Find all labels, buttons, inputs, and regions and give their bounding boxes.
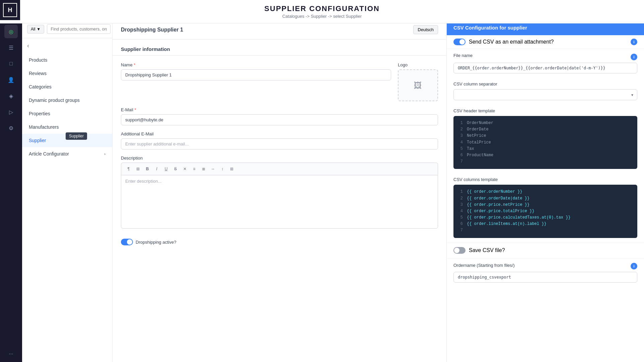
name-group: Name * (121, 62, 391, 101)
language-button[interactable]: Deutsch (413, 25, 438, 34)
dropshipping-toggle-group: Dropshipping active? (121, 239, 176, 245)
editor-btn-superscript[interactable]: ≡ (190, 165, 198, 173)
header-logo: H (0, 0, 20, 20)
nav-item-reviews[interactable]: Reviews (22, 67, 112, 80)
send-csv-row: Send CSV as an email attachment? i (447, 35, 644, 49)
csv-panel: CSV Configuration for supplier Send CSV … (446, 20, 644, 362)
description-group: Description ¶ ⊞ B I U S ✕ ≡ ≣ ↔ ↕ ⊞ Ente… (121, 156, 438, 229)
sidebar-icon-customers[interactable]: 👤 (4, 73, 18, 86)
dropshipping-toggle[interactable] (121, 239, 133, 245)
search-all-button[interactable]: All ▼ (27, 25, 44, 34)
ordername-info-icon[interactable]: i (631, 263, 637, 269)
logo-label: Logo (398, 62, 438, 67)
column-separator-select[interactable]: Comma (,) Semicolon (;) Pipe (|) (453, 89, 637, 100)
editor-btn-italic[interactable]: I (153, 165, 161, 173)
logo-letter: H (3, 3, 17, 17)
send-csv-toggle[interactable] (453, 39, 466, 45)
header-line-4: 4TotalPrice (457, 139, 633, 146)
nav-item-manufacturers[interactable]: Manufacturers (22, 120, 112, 134)
editor-btn-strikethrough[interactable]: S (171, 165, 180, 173)
send-csv-info-icon[interactable]: i (631, 39, 637, 45)
sidebar-icon-content[interactable]: ▷ (4, 105, 18, 119)
sidebar-icon-dashboard[interactable]: ◎ (4, 25, 18, 38)
columns-template-section: CSV columns template 1{{ order.orderNumb… (447, 173, 644, 242)
file-name-label: File name (453, 53, 473, 58)
editor-btn-indent[interactable]: ↔ (209, 165, 217, 173)
col-line-4: 4{{ order.price.totalPrice }} (457, 208, 633, 215)
additional-email-label: Additional E-Mail (121, 131, 438, 136)
email-input[interactable] (121, 114, 438, 125)
page-title: SUPPLIER CONFIGURATION (264, 4, 379, 13)
col-line-2: 2{{ order.orderDate|date }} (457, 195, 633, 202)
email-label: E-Mail * (121, 107, 438, 112)
sidebar-icon-settings[interactable]: ⚙ (4, 121, 18, 135)
content-area: ◎ ☰ □ 👤 ◈ ▷ ⚙ ··· All ▼ ‹ Products Revie… (22, 20, 644, 362)
nav-item-products[interactable]: Products (22, 53, 112, 67)
sidebar-icon-catalog[interactable]: ☰ (4, 41, 18, 54)
nav-item-categories[interactable]: Categories (22, 80, 112, 94)
file-name-input[interactable] (453, 63, 637, 73)
chevron-right-icon: › (104, 152, 105, 156)
editor-btn-align[interactable]: ≣ (200, 165, 208, 173)
col-line-3: 3{{ order.price.netPrice }} (457, 202, 633, 208)
left-nav: All ▼ ‹ Products Reviews Categories Dyna… (22, 20, 113, 362)
column-separator-section: CSV column separator Comma (,) Semicolon… (447, 77, 644, 104)
logo-group: Logo 🖼 (398, 62, 438, 101)
columns-template-label: CSV columns template (453, 177, 637, 182)
header-line-1: 1OrderNumber (457, 120, 633, 126)
column-separator-label: CSV column separator (453, 81, 637, 86)
header-title-block: SUPPLIER CONFIGURATION Catalogues -> Sup… (264, 4, 379, 19)
form-grid: Name * Logo 🖼 E-Mail * (113, 62, 446, 235)
main-form: Dropshipping Supplier 1 Deutsch Supplier… (113, 20, 446, 362)
send-csv-knob (459, 39, 465, 45)
editor-btn-bold[interactable]: B (143, 165, 151, 173)
email-group: E-Mail * (121, 107, 438, 125)
nav-item-properties[interactable]: Properties (22, 107, 112, 120)
col-line-1: 1{{ order.orderNumber }} (457, 189, 633, 195)
col-line-6: 6{{ order.lineItems.at(n).label }} (457, 221, 633, 227)
column-separator-select-wrapper: Comma (,) Semicolon (;) Pipe (|) (453, 89, 637, 100)
editor-btn-paragraph[interactable]: ¶ (125, 165, 133, 173)
additional-email-input[interactable] (121, 138, 438, 149)
name-label: Name * (121, 62, 391, 67)
image-icon: 🖼 (414, 81, 422, 90)
ordername-input[interactable] (453, 272, 637, 283)
sidebar-icon-marketing[interactable]: ◈ (4, 89, 18, 103)
nav-item-dynamic-product-groups[interactable]: Dynamic product groups (22, 94, 112, 107)
email-row: E-Mail * (121, 107, 438, 125)
ordername-label: Ordername (Starting from files/) (453, 263, 515, 268)
csv-columns-editor[interactable]: 1{{ order.orderNumber }} 2{{ order.order… (453, 185, 637, 238)
ordername-section: Ordername (Starting from files/) i (447, 259, 644, 289)
name-input[interactable] (121, 69, 391, 80)
editor-btn-outdent[interactable]: ↕ (218, 165, 226, 173)
sidebar-icon-more[interactable]: ··· (4, 347, 18, 361)
toggle-knob (127, 239, 132, 245)
nav-tooltip: Supplier (66, 132, 87, 140)
save-csv-knob (454, 248, 459, 253)
editor-btn-table[interactable]: ⊞ (228, 165, 236, 173)
additional-email-row: Additional E-Mail (121, 131, 438, 149)
logo-upload-box[interactable]: 🖼 (398, 69, 438, 101)
csv-header-editor[interactable]: 1OrderNumber 2OrderDate 3NetPrice 4Total… (453, 116, 637, 169)
supplier-name-title: Dropshipping Supplier 1 (121, 27, 183, 33)
editor-btn-underline[interactable]: U (162, 165, 170, 173)
dropshipping-label: Dropshipping active? (136, 240, 176, 245)
header-template-label: CSV header template (453, 108, 637, 113)
name-logo-row: Name * Logo 🖼 (121, 62, 438, 101)
file-name-section: File name i (447, 49, 644, 77)
description-editor[interactable]: Enter description... (121, 175, 438, 229)
back-button[interactable]: ‹ (22, 38, 34, 53)
header-line-5: 5Tax (457, 146, 633, 152)
dropshipping-row: Dropshipping active? (113, 235, 446, 245)
header-line-3: 3NetPrice (457, 133, 633, 139)
editor-btn-clear[interactable]: ✕ (181, 165, 189, 173)
icon-sidebar: ◎ ☰ □ 👤 ◈ ▷ ⚙ ··· (0, 20, 22, 362)
file-name-info-icon[interactable]: i (631, 54, 637, 60)
header-template-section: CSV header template 1OrderNumber 2OrderD… (447, 104, 644, 173)
send-csv-label: Send CSV as an email attachment? (469, 39, 554, 45)
sidebar-icon-orders[interactable]: □ (4, 57, 18, 70)
save-csv-toggle[interactable] (453, 247, 466, 254)
nav-item-article-configurator[interactable]: Article Configurator › (22, 147, 112, 161)
editor-btn-grid[interactable]: ⊞ (134, 165, 142, 173)
search-input[interactable] (47, 24, 111, 34)
